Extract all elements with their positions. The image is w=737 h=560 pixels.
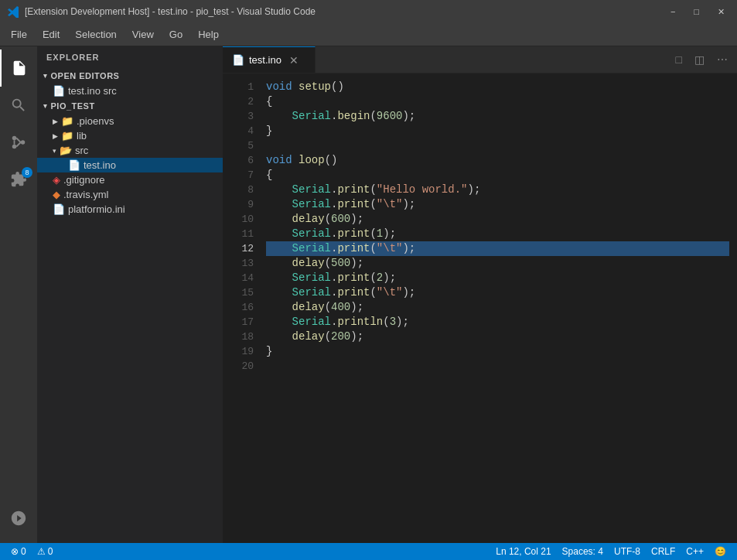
gitignore-label: .gitignore — [63, 174, 104, 186]
status-indent[interactable]: Spaces: 4 — [558, 546, 608, 557]
source-control-icon — [10, 134, 27, 151]
warning-count: 0 — [48, 546, 53, 557]
platformio-ini-label: platformio.ini — [68, 203, 125, 215]
code-line-7: { — [266, 168, 729, 183]
code-content[interactable]: void setup() { Serial.begin(9600); } voi… — [260, 73, 729, 543]
cursor-position-text: Ln 12, Col 21 — [496, 546, 551, 557]
tree-lib[interactable]: ▶ 📁 lib — [37, 128, 223, 143]
scrollbar[interactable] — [729, 73, 737, 543]
activity-extensions[interactable]: 8 — [0, 161, 37, 198]
code-line-6: void loop() — [266, 153, 729, 168]
search-icon — [10, 97, 27, 114]
activity-pio[interactable] — [0, 500, 37, 537]
tree-gitignore[interactable]: ◈ .gitignore — [37, 172, 223, 187]
indent-text: Spaces: 4 — [562, 546, 603, 557]
tree-src[interactable]: ▾ 📂 src — [37, 143, 223, 158]
line-num-19: 19 — [223, 344, 254, 359]
code-line-14: Serial.print(2); — [266, 271, 729, 285]
maximize-button[interactable]: □ — [689, 5, 704, 19]
sidebar-title: Explorer — [37, 46, 223, 68]
status-language[interactable]: C++ — [681, 546, 708, 557]
file-tree: ▾ OPEN EDITORS 📄 test.ino src ▾ PIO_TEST… — [37, 68, 223, 543]
encoding-text: UTF-8 — [614, 546, 640, 557]
open-editor-test-ino[interactable]: 📄 test.ino src — [37, 84, 223, 98]
line-numbers: 1 2 3 4 5 6 7 8 9 10 11 12 13 14 15 16 1… — [223, 73, 260, 543]
activity-source-control[interactable] — [0, 124, 37, 161]
line-num-1: 1 — [223, 80, 254, 94]
tab-actions: □ ◫ ⋯ — [667, 46, 737, 73]
files-icon — [11, 60, 28, 77]
status-encoding[interactable]: UTF-8 — [609, 546, 645, 557]
svg-point-2 — [21, 140, 26, 145]
menu-bar: File Edit Selection View Go Help — [0, 23, 737, 46]
pioenvs-label: .pioenvs — [77, 115, 114, 127]
code-editor[interactable]: 1 2 3 4 5 6 7 8 9 10 11 12 13 14 15 16 1… — [223, 73, 737, 543]
menu-edit[interactable]: Edit — [35, 26, 67, 43]
status-cursor-position[interactable]: Ln 12, Col 21 — [491, 546, 555, 557]
error-count: 0 — [21, 546, 26, 557]
line-num-3: 3 — [223, 109, 254, 124]
menu-selection[interactable]: Selection — [67, 26, 124, 43]
file-tab-icon: 📄 — [53, 85, 65, 97]
minimize-button[interactable]: − — [666, 5, 680, 19]
tab-file-icon: 📄 — [232, 54, 244, 66]
menu-file[interactable]: File — [3, 26, 35, 43]
code-line-3: Serial.begin(9600); — [266, 109, 729, 124]
lib-label: lib — [77, 130, 87, 142]
pio-test-header[interactable]: ▾ PIO_TEST — [37, 98, 223, 114]
tree-travis-yml[interactable]: ◆ .travis.yml — [37, 187, 223, 202]
tab-test-ino[interactable]: 📄 test.ino ✕ — [223, 46, 316, 73]
status-emoji[interactable]: 😊 — [710, 546, 731, 557]
split-editor-button[interactable]: □ — [673, 52, 685, 67]
code-line-2: { — [266, 94, 729, 109]
folder-lib-icon: 📁 — [61, 130, 73, 142]
tree-pioenvs[interactable]: ▶ 📁 .pioenvs — [37, 114, 223, 128]
line-num-13: 13 — [223, 256, 254, 271]
language-text: C++ — [686, 546, 704, 557]
menu-help[interactable]: Help — [190, 26, 227, 43]
main-layout: 8 Explorer ▾ OPEN EDITORS 📄 test.ino src — [0, 46, 737, 543]
line-num-14: 14 — [223, 271, 254, 285]
line-num-8: 8 — [223, 183, 254, 197]
menu-go[interactable]: Go — [162, 26, 190, 43]
svg-line-5 — [16, 142, 21, 147]
status-errors[interactable]: ⊗ 0 — [6, 543, 31, 560]
close-button[interactable]: ✕ — [713, 5, 729, 19]
editor-layout-button[interactable]: ◫ — [691, 52, 708, 67]
tab-bar: 📄 test.ino ✕ □ ◫ ⋯ — [223, 46, 737, 73]
line-num-9: 9 — [223, 197, 254, 212]
file-ino-icon: 📄 — [68, 159, 80, 171]
svg-line-4 — [16, 138, 21, 143]
yml-icon: ◆ — [53, 189, 60, 200]
sidebar: Explorer ▾ OPEN EDITORS 📄 test.ino src ▾… — [37, 46, 223, 543]
menu-view[interactable]: View — [125, 26, 162, 43]
code-line-17: Serial.println(3); — [266, 315, 729, 330]
svg-point-1 — [12, 145, 17, 149]
tree-test-ino[interactable]: 📄 test.ino — [37, 158, 223, 172]
extensions-badge: 8 — [22, 167, 32, 178]
pio-icon — [10, 510, 27, 527]
status-right: Ln 12, Col 21 Spaces: 4 UTF-8 CRLF C++ 😊 — [491, 546, 731, 557]
tab-label: test.ino — [249, 54, 281, 66]
activity-explorer[interactable] — [0, 50, 37, 87]
open-editors-header[interactable]: ▾ OPEN EDITORS — [37, 68, 223, 84]
code-line-18: delay(200); — [266, 330, 729, 344]
title-text: [Extension Development Host] - test.ino … — [25, 6, 666, 17]
open-editors-arrow: ▾ — [43, 72, 48, 80]
more-actions-button[interactable]: ⋯ — [714, 52, 731, 67]
warning-icon: ⚠ — [37, 546, 46, 557]
line-num-6: 6 — [223, 153, 254, 168]
status-warnings[interactable]: ⚠ 0 — [32, 543, 58, 560]
code-line-15: Serial.print("\t"); — [266, 285, 729, 300]
code-line-12: Serial.print("\t"); — [266, 241, 729, 256]
status-eol[interactable]: CRLF — [647, 546, 680, 557]
svg-point-0 — [12, 136, 17, 141]
tab-close-button[interactable]: ✕ — [286, 53, 302, 68]
code-line-13: delay(500); — [266, 256, 729, 271]
src-label: src — [75, 145, 88, 156]
code-line-9: Serial.print("\t"); — [266, 197, 729, 212]
pio-test-arrow: ▾ — [43, 102, 48, 110]
code-line-8: Serial.print("Hello world."); — [266, 183, 729, 197]
tree-platformio-ini[interactable]: 📄 platformio.ini — [37, 202, 223, 217]
activity-search[interactable] — [0, 87, 37, 124]
